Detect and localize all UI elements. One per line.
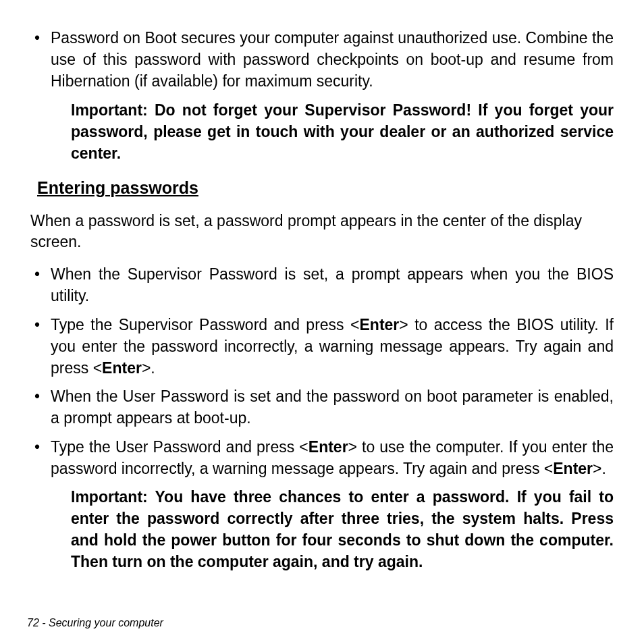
entering-passwords-list: When the Supervisor Password is set, a p…	[30, 263, 614, 479]
key-enter: Enter	[308, 438, 348, 456]
text-segment: Type the User Password and press <	[51, 438, 308, 456]
text-segment: Type the Supervisor Password and press <	[51, 316, 360, 333]
page-footer: 72 - Securing your computer	[27, 617, 163, 629]
top-bullet-list: Password on Boot secures your computer a…	[30, 27, 614, 92]
list-item: When the Supervisor Password is set, a p…	[30, 263, 614, 306]
key-enter: Enter	[360, 316, 400, 333]
list-item-text: Password on Boot secures your computer a…	[51, 29, 614, 90]
list-item: When the User Password is set and the pa…	[30, 385, 614, 429]
list-item: Password on Boot secures your computer a…	[30, 27, 614, 92]
key-enter: Enter	[102, 359, 142, 377]
important-callout-2: Important: You have three chances to ent…	[71, 486, 614, 573]
page-content: Password on Boot secures your computer a…	[30, 27, 614, 573]
key-enter: Enter	[553, 460, 593, 477]
section-heading: Entering passwords	[37, 176, 614, 200]
list-item: Type the User Password and press <Enter>…	[30, 436, 614, 479]
text-segment: >.	[593, 460, 606, 477]
intro-paragraph: When a password is set, a password promp…	[30, 211, 614, 252]
text-segment: >.	[142, 359, 155, 377]
list-item-text: When the User Password is set and the pa…	[51, 387, 614, 427]
important-callout-1: Important: Do not forget your Supervisor…	[71, 99, 614, 165]
list-item-text: When the Supervisor Password is set, a p…	[51, 265, 614, 304]
list-item: Type the Supervisor Password and press <…	[30, 314, 614, 379]
